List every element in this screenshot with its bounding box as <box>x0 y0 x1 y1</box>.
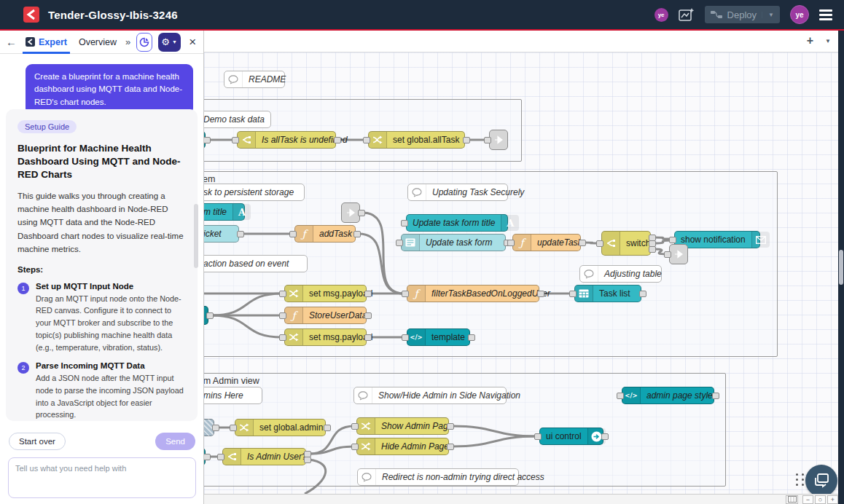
deploy-button[interactable]: Deploy ▼ <box>705 6 780 23</box>
node-port[interactable] <box>664 251 671 258</box>
node-port[interactable] <box>596 240 603 247</box>
zoom-out-button[interactable]: − <box>802 495 813 504</box>
add-flow-button[interactable]: + <box>807 34 813 47</box>
node-StoreUserData[interactable]: ƒStoreUserData <box>284 307 367 324</box>
node-port[interactable] <box>537 291 544 297</box>
send-button[interactable]: Send <box>155 433 195 450</box>
node-form-title[interactable]: m titleA <box>204 203 245 221</box>
node-port[interactable] <box>363 137 370 143</box>
chat-fab-button[interactable] <box>805 465 837 494</box>
comment-redirect-non-admin[interactable]: Redirect is non-admin trying direct acce… <box>357 468 519 486</box>
node-port[interactable] <box>212 425 219 431</box>
comment-action-based-on-event[interactable]: action based on event <box>204 255 308 272</box>
node-port[interactable] <box>396 240 403 246</box>
zoom-in-button[interactable]: + <box>827 495 838 504</box>
node-set-msg-payload-2[interactable]: set msg.payload <box>284 328 367 346</box>
node-port[interactable] <box>204 137 211 143</box>
node-port[interactable] <box>617 393 624 399</box>
tab-overview[interactable]: Overview <box>76 31 120 54</box>
node-port[interactable] <box>402 291 409 297</box>
node-port[interactable] <box>484 137 491 143</box>
start-over-button[interactable]: Start over <box>9 433 66 450</box>
close-icon[interactable]: × <box>188 35 198 50</box>
link-out-1[interactable] <box>489 130 508 150</box>
node-hide-admin-page[interactable]: Hide Admin Page <box>356 438 449 455</box>
assistant-sparkle-icon[interactable] <box>679 7 695 22</box>
node-port[interactable] <box>217 454 224 460</box>
node-set-global-alltask[interactable]: set global.allTask <box>368 131 465 149</box>
panel-scrollbar[interactable] <box>194 204 198 268</box>
node-port[interactable] <box>204 454 211 460</box>
node-port[interactable] <box>334 137 341 143</box>
node-set-global-admins[interactable]: set global.admins <box>235 419 326 436</box>
comment-updating-task-securely[interactable]: Updating Task Securely <box>407 184 508 201</box>
comment-admins-here[interactable]: mins Here <box>204 387 262 404</box>
node-port[interactable] <box>402 334 409 341</box>
node-port[interactable] <box>304 457 311 463</box>
node-port[interactable] <box>579 240 586 246</box>
node-update-task-form-title[interactable]: Update task form titleA <box>406 214 508 232</box>
comment-adjusting-table[interactable]: Adjusting table <box>579 265 662 283</box>
node-port[interactable] <box>601 433 609 440</box>
node-port[interactable] <box>289 231 297 237</box>
settings-dropdown-button[interactable]: ⚙ ▼ <box>158 33 181 52</box>
node-show-admin-page[interactable]: Show Admin Page <box>356 417 449 435</box>
node-port[interactable] <box>468 334 475 341</box>
node-port[interactable] <box>279 334 286 341</box>
node-template[interactable]: </>template <box>407 328 470 346</box>
node-port[interactable] <box>358 210 365 216</box>
flow-list-caret-icon[interactable]: ▼ <box>825 38 831 44</box>
node-port[interactable] <box>447 444 454 450</box>
zoom-reset-button[interactable]: ○ <box>815 495 826 504</box>
node-set-msg-payload-1[interactable]: set msg.payload <box>284 285 367 302</box>
node-switch[interactable]: switch <box>601 231 651 256</box>
node-port[interactable] <box>447 423 454 430</box>
node-ticket[interactable]: icket <box>204 225 239 243</box>
node-port[interactable] <box>534 433 542 440</box>
comment-show-hide-admin[interactable]: Show/Hide Admin in Side Navigation <box>353 387 507 404</box>
node-addTask[interactable]: ƒaddTask <box>294 225 356 243</box>
node-port[interactable] <box>351 444 359 450</box>
tab-expert[interactable]: Expert <box>23 31 70 54</box>
comment-readme[interactable]: README <box>224 71 285 88</box>
comment-demo-task-data[interactable]: Demo task data <box>204 111 271 128</box>
node-filterTaskBasedOnLoggedUser[interactable]: ƒfilterTaskBasedOnLoggedUser <box>407 285 539 302</box>
avatar-small[interactable]: ye <box>655 8 668 22</box>
node-update-task-form[interactable]: Update task form <box>401 234 506 251</box>
deploy-caret-icon[interactable]: ▼ <box>762 12 774 18</box>
node-port[interactable] <box>507 240 515 246</box>
node-is-admin-user[interactable]: Is Admin User? <box>222 448 306 465</box>
usage-chart-button[interactable] <box>136 33 152 52</box>
node-port[interactable] <box>237 231 244 237</box>
node-port[interactable] <box>279 312 286 319</box>
back-arrow-icon[interactable]: ← <box>6 36 17 48</box>
node-port[interactable] <box>364 291 372 297</box>
node-port[interactable] <box>324 425 331 431</box>
node-port[interactable] <box>364 334 372 341</box>
node-port[interactable] <box>569 291 577 297</box>
navigator-toggle-button[interactable] <box>786 495 798 504</box>
node-is-alltask-is-undefined[interactable]: Is allTask is undefined <box>237 131 336 149</box>
node-port[interactable] <box>230 425 237 431</box>
node-port[interactable] <box>639 291 646 297</box>
node-port[interactable] <box>364 312 372 319</box>
help-input[interactable] <box>8 457 196 498</box>
node-port[interactable] <box>401 220 408 227</box>
node-port[interactable] <box>712 393 719 399</box>
flow-canvas[interactable]: ystemstem Admin viewREADMEDemo task data… <box>204 52 838 494</box>
node-port[interactable] <box>232 137 239 143</box>
node-task-list[interactable]: Task list <box>574 285 641 302</box>
avatar-user[interactable]: ye <box>790 5 809 24</box>
more-tabs-icon[interactable]: » <box>125 36 130 47</box>
node-port[interactable] <box>279 291 286 297</box>
vertical-scrollbar[interactable] <box>839 250 843 285</box>
drag-handle-dots[interactable] <box>796 473 805 486</box>
node-admin-page-style[interactable]: </>admin page style <box>622 387 714 404</box>
link-out-2[interactable] <box>669 244 688 264</box>
node-ui-control[interactable]: ui control <box>539 428 603 445</box>
comment-task-persistent-storage[interactable]: sk to persistent storage <box>204 184 305 201</box>
node-port[interactable] <box>206 312 214 319</box>
node-updateTask[interactable]: ƒupdateTask <box>512 234 581 251</box>
node-port[interactable] <box>351 423 359 430</box>
node-port[interactable] <box>669 237 676 243</box>
